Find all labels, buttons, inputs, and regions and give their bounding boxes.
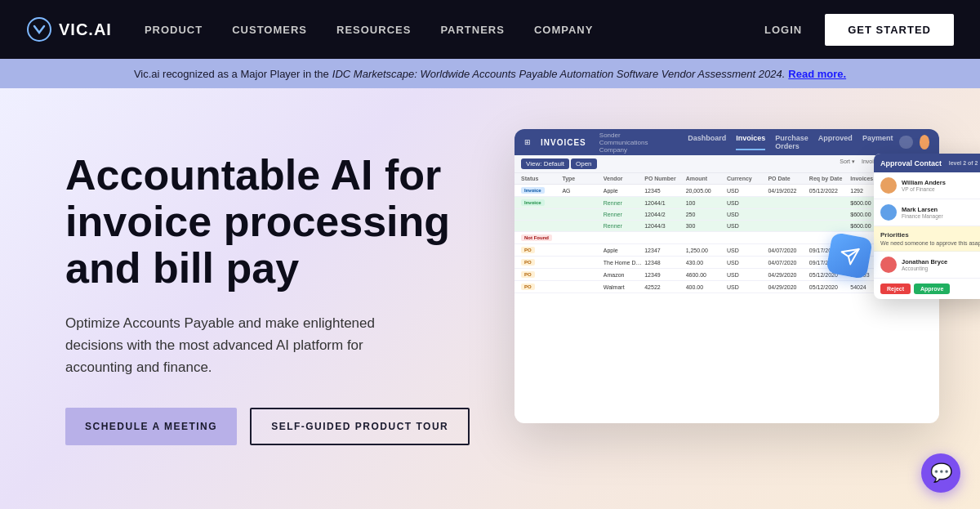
cell-po: 12044/3 xyxy=(644,223,685,229)
cell-po: 12347 xyxy=(644,248,685,253)
cell-status: Invoice xyxy=(521,199,562,206)
approval-subtitle: level 2 of 2 xyxy=(949,160,978,166)
cell-po: 12348 xyxy=(644,260,685,266)
cell-type: AG xyxy=(562,188,603,194)
tab-invoices[interactable]: Invoices xyxy=(736,134,765,150)
hero-section: Accountable AI for invoice processing an… xyxy=(0,88,980,509)
approver-role-3: Accounting xyxy=(902,266,980,271)
navigation: VIC.AI PRODUCT CUSTOMERS RESOURCES PARTN… xyxy=(0,0,980,59)
approve-button[interactable]: Approve xyxy=(914,284,950,294)
approver-role-2: Finance Manager xyxy=(902,213,980,219)
user-avatar xyxy=(920,135,929,150)
open-btn[interactable]: Open xyxy=(571,159,597,169)
approver-name-3: Jonathan Bryce xyxy=(902,258,980,266)
cell-status: PO xyxy=(521,247,562,253)
dashboard-tabs: Dashboard Invoices Purchase Orders Appro… xyxy=(688,134,893,150)
nav-links: PRODUCT CUSTOMERS RESOURCES PARTNERS COM… xyxy=(145,24,764,36)
cell-amount: 430.00 xyxy=(686,260,727,266)
th-amount: Amount xyxy=(686,176,727,181)
tab-dashboard[interactable]: Dashboard xyxy=(688,134,726,150)
approval-title: Approval Contact xyxy=(880,159,942,167)
banner-text: Vic.ai recognized as a Major Player in t… xyxy=(134,68,329,80)
cell-date1: 04/19/2022 xyxy=(768,188,808,194)
banner-read-more-link[interactable]: Read more. xyxy=(788,68,846,80)
nav-item-product[interactable]: PRODUCT xyxy=(145,24,203,36)
nav-item-resources[interactable]: RESOURCES xyxy=(336,24,411,36)
cell-currency: USD xyxy=(727,260,768,266)
approver-info-1: William Anders VP of Finance xyxy=(902,179,980,192)
cell-date1: 04/29/2020 xyxy=(768,284,808,290)
cell-date2: 05/12/2022 xyxy=(809,188,850,194)
cell-currency: USD xyxy=(727,248,768,253)
dashboard-search[interactable] xyxy=(899,136,912,149)
cell-date1: 04/07/2020 xyxy=(768,248,808,253)
cell-status: Invoice xyxy=(521,187,562,194)
login-link[interactable]: LOGIN xyxy=(764,24,802,36)
cell-currency: USD xyxy=(727,223,768,229)
chat-icon: 💬 xyxy=(930,462,952,484)
schedule-meeting-button[interactable]: SCHEDULE A MEETING xyxy=(65,408,237,445)
cell-vendor: The Home Depot xyxy=(604,260,644,266)
cell-currency: USD xyxy=(727,200,768,206)
hero-buttons: SCHEDULE A MEETING SELF-GUIDED PRODUCT T… xyxy=(65,408,490,445)
cell-amount: 20,005.00 xyxy=(686,188,727,194)
cell-status: PO xyxy=(521,271,562,278)
note-text: We need someone to approve this asap. xyxy=(880,240,980,246)
approver-item-3: Jonathan Bryce Accounting xyxy=(874,252,980,279)
approval-card-header: Approval Contact level 2 of 2 ≡ xyxy=(874,154,980,172)
get-started-button[interactable]: GET STARTED xyxy=(825,14,954,46)
cell-vendor: Apple xyxy=(604,248,644,253)
approver-name-1: William Anders xyxy=(902,179,980,186)
approver-avatar-2 xyxy=(880,204,897,221)
cell-vendor: Apple xyxy=(604,188,644,194)
cell-status: PO xyxy=(521,284,562,290)
cell-date1: 04/07/2020 xyxy=(768,260,808,266)
logo[interactable]: VIC.AI xyxy=(26,16,112,42)
cell-amount: 4600.00 xyxy=(686,272,727,278)
nav-item-company[interactable]: COMPANY xyxy=(534,24,593,36)
nav-item-customers[interactable]: CUSTOMERS xyxy=(232,24,307,36)
th-date2: Req by Date xyxy=(809,176,850,181)
approver-item-2: Mark Larsen Finance Manager xyxy=(874,199,980,226)
cell-currency: USD xyxy=(727,212,768,217)
priorities-label: Priorities xyxy=(880,231,980,239)
approver-item-1: William Anders VP of Finance xyxy=(874,172,980,199)
hero-heading: Accountable AI for invoice processing an… xyxy=(65,152,490,292)
approver-info-3: Jonathan Bryce Accounting xyxy=(902,258,980,271)
reject-button[interactable]: Reject xyxy=(880,284,911,294)
hero-content: Accountable AI for invoice processing an… xyxy=(65,152,490,445)
dashboard-mockup: ⊞ INVOICES Sonder Communications Company… xyxy=(490,105,980,480)
approver-name-2: Mark Larsen xyxy=(902,206,980,213)
cell-status: PO xyxy=(521,259,562,266)
cell-date2: 05/12/2020 xyxy=(809,284,850,290)
approver-info-2: Mark Larsen Finance Manager xyxy=(902,206,980,219)
th-status: Status xyxy=(521,176,562,181)
cell-status: Not Found xyxy=(521,234,624,241)
chat-widget[interactable]: 💬 xyxy=(921,453,960,493)
cell-amount: 100 xyxy=(686,200,727,206)
nav-right: LOGIN GET STARTED xyxy=(764,14,954,46)
cell-date1: 04/29/2020 xyxy=(768,272,808,278)
tab-purchase-orders[interactable]: Purchase Orders xyxy=(775,134,808,150)
dashboard-header: ⊞ INVOICES Sonder Communications Company… xyxy=(514,129,939,155)
dashboard-company: Sonder Communications Company xyxy=(599,132,668,154)
cell-vendor: Renner xyxy=(604,200,644,206)
banner-italic-text: IDC Marketscape: Worldwide Accounts Paya… xyxy=(332,68,785,80)
hero-subtext: Optimize Accounts Payable and make enlig… xyxy=(65,312,425,379)
cell-amount: 1,250.00 xyxy=(686,248,727,253)
approver-avatar-3 xyxy=(880,257,897,273)
cell-currency: USD xyxy=(727,272,768,278)
view-default-btn[interactable]: View: Default xyxy=(521,159,569,169)
th-date1: PO Date xyxy=(768,176,808,181)
th-currency: Currency xyxy=(727,176,768,181)
th-type: Type xyxy=(562,176,603,181)
cell-po: 12345 xyxy=(644,188,685,194)
sort-label: Sort ▾ xyxy=(840,159,855,169)
cell-vendor: Walmart xyxy=(604,284,644,290)
product-tour-button[interactable]: SELF-GUIDED PRODUCT TOUR xyxy=(250,408,470,445)
svg-point-0 xyxy=(28,18,51,41)
tab-approved[interactable]: Approved xyxy=(818,134,853,150)
announcement-banner: Vic.ai recognized as a Major Player in t… xyxy=(0,59,980,88)
tab-payment[interactable]: Payment xyxy=(862,134,893,150)
nav-item-partners[interactable]: PARTNERS xyxy=(440,24,505,36)
